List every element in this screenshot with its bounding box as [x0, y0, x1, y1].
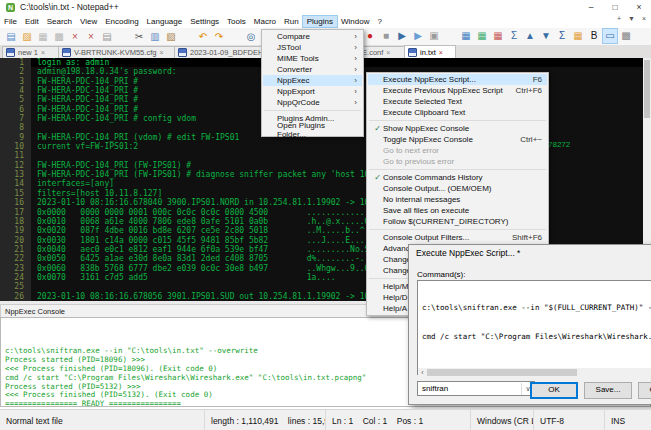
paste-icon[interactable]: ▧ — [164, 30, 178, 44]
save-icon[interactable]: ▦ — [36, 30, 50, 44]
save-recorded-macro-icon[interactable]: ▣ — [427, 29, 441, 43]
tab-v-brtrunk-kvm55-cfg[interactable]: V-BRTRUNK-KVM55.cfg × — [58, 46, 180, 58]
plugins-menu-item[interactable]: NppQrCode › — [263, 97, 362, 108]
tab-list-dropdown-button[interactable]: ▼ — [628, 15, 635, 22]
function-list-icon[interactable]: Σ — [507, 29, 521, 43]
cut-icon[interactable]: ✂ — [132, 30, 146, 44]
menu-item[interactable]: Edit — [21, 16, 43, 27]
doc-switcher-icon[interactable]: ▦ — [491, 29, 505, 43]
menu-item[interactable]: Plugins — [303, 16, 337, 27]
maximize-button[interactable]: □ — [603, 0, 627, 14]
show-console-icon[interactable]: ▦ — [459, 29, 473, 43]
menu-item[interactable]: ? — [373, 16, 385, 27]
nppexec-submenu-item[interactable]: ✓ Go to next error — [368, 145, 547, 156]
nppexec-submenu-item[interactable]: ✓ Execute Previous NppExec Script Ctrl+F… — [368, 85, 547, 96]
minimize-button[interactable]: – — [579, 0, 603, 14]
nppexec-submenu-item[interactable]: ✓ Toggle NppExec Console Ctrl+~ — [368, 134, 547, 145]
commands-textarea[interactable]: c:\tools\sniftran.exe --in "$(FULL_CURRE… — [417, 280, 651, 375]
close-file-icon[interactable]: × — [68, 30, 82, 44]
plugins-menu-item[interactable]: › — [264, 110, 361, 111]
nppexec-submenu-item[interactable]: ✓ Go to previous error — [368, 156, 547, 167]
tab-close-icon[interactable]: × — [159, 49, 163, 56]
settings-grid-icon[interactable]: ▩ — [619, 29, 633, 43]
tab-close-icon[interactable]: × — [439, 49, 443, 56]
nppexec-submenu-item[interactable]: ✓ Console Output Filters... Shift+F6 — [368, 232, 547, 243]
nppexec-submenu-item[interactable]: ✓ Execute Clipboard Text — [368, 107, 547, 118]
scrollbar-thumb[interactable] — [427, 369, 577, 376]
nppexec-submenu-item[interactable]: ✓ Follow $(CURRENT_DIRECTORY) — [368, 216, 547, 227]
save-all-icon[interactable]: ▩ — [52, 30, 66, 44]
menu-item-label: Save all files on execute — [383, 206, 469, 215]
submenu-arrow-icon: › — [354, 76, 357, 85]
ok-button[interactable]: OK — [530, 382, 578, 399]
nppexec-submenu-item[interactable]: ✓ — [369, 169, 546, 170]
nppexec-submenu-item[interactable]: ✓ — [369, 120, 546, 121]
plugins-menu-item[interactable]: Converter › — [263, 64, 362, 75]
plugins-menu-item[interactable]: JSTool › — [263, 42, 362, 53]
nppexec-submenu-item[interactable]: ✓ Console Commands History — [368, 172, 547, 183]
cancel-button[interactable]: Cancel — [638, 382, 651, 399]
menu-item[interactable]: Macro — [250, 16, 280, 27]
undo-icon[interactable]: ↶ — [196, 30, 210, 44]
move-down-icon[interactable]: ▼ — [539, 29, 553, 43]
plugins-menu-item[interactable]: Compare › — [263, 31, 362, 42]
menu-item[interactable]: File — [0, 16, 21, 27]
menu-item[interactable]: Search — [43, 16, 76, 27]
plugins-menu-item[interactable]: Open Plugins Folder... › — [263, 124, 362, 135]
find-icon[interactable]: ◎ — [244, 30, 258, 44]
plugins-menu-item[interactable]: NppExport › — [263, 86, 362, 97]
open-folder-icon[interactable]: ▨ — [20, 30, 34, 44]
explorer-icon[interactable]: ▦ — [475, 29, 489, 43]
menu-item[interactable]: Settings — [186, 16, 223, 27]
bold-badge-icon[interactable]: B — [587, 29, 601, 43]
nppexec-submenu-item[interactable]: ✓ — [369, 229, 546, 230]
nppexec-submenu-item[interactable]: ✓ Save all files on execute — [368, 205, 547, 216]
toolbar-icon[interactable] — [228, 30, 242, 44]
toolbar-icon[interactable] — [443, 29, 457, 43]
plugins-menu-item[interactable]: NppExec › — [263, 75, 362, 86]
tab-add-button[interactable]: + — [617, 15, 621, 22]
new-file-icon[interactable]: ▤ — [4, 30, 18, 44]
plugins-menu-item[interactable]: MIME Tools › — [263, 53, 362, 64]
menu-item[interactable]: Language — [143, 16, 187, 27]
tab-close-button[interactable]: × — [642, 15, 646, 22]
move-up-icon[interactable]: ▲ — [523, 29, 537, 43]
scrollbar-thumb[interactable] — [644, 60, 650, 118]
toolbar-icon[interactable] — [180, 30, 194, 44]
close-button[interactable]: × — [627, 0, 651, 14]
menu-item[interactable]: Encoding — [101, 16, 142, 27]
close-all-files-icon[interactable]: × — [84, 30, 98, 44]
script-preset-combobox[interactable]: sniftran ∨ — [417, 381, 535, 396]
menu-item[interactable]: Run — [280, 16, 303, 27]
menu-item[interactable]: Tools — [223, 16, 250, 27]
run-macro-multiple-icon[interactable]: ▶ — [411, 29, 425, 43]
tab-new-1[interactable]: new 1 × — [2, 46, 64, 58]
copy-icon[interactable]: ▥ — [148, 30, 162, 44]
playback-macro-icon[interactable]: ▶ — [395, 29, 409, 43]
tab-close-icon[interactable]: × — [41, 49, 45, 56]
stop-recording-icon[interactable]: ■ — [379, 29, 393, 43]
toolbar-icon[interactable] — [116, 30, 130, 44]
tab-in-txt[interactable]: in.txt × — [404, 45, 456, 59]
nppexec-submenu-item[interactable]: ✓ No internal messages — [368, 194, 547, 205]
sort-lines-icon[interactable]: Σ — [555, 29, 569, 43]
save-button[interactable]: Save... — [584, 382, 632, 399]
textarea-horizontal-scrollbar[interactable]: ‹ — [418, 368, 651, 377]
nppexec-submenu-item[interactable]: ✓ Execute Selected Text — [368, 96, 547, 107]
redo-icon[interactable]: ↷ — [212, 30, 226, 44]
notepad-plus-plus-icon: N — [6, 3, 15, 12]
menu-item[interactable]: View — [76, 16, 101, 27]
record-macro-icon[interactable]: ● — [363, 29, 377, 43]
status-encoding[interactable]: UTF-8 — [534, 410, 605, 430]
status-eol-format[interactable]: Windows (CR LF) — [471, 410, 534, 430]
menu-item[interactable]: Window — [337, 16, 373, 27]
tab-close-icon[interactable]: × — [386, 49, 390, 56]
print-icon[interactable]: ▤ — [100, 30, 114, 44]
color-palette-icon[interactable]: ▦ — [571, 29, 585, 43]
nppexec-submenu-item[interactable]: ✓ Execute NppExec Script... F6 — [368, 74, 547, 85]
nppexec-submenu-item[interactable]: ✓ Show NppExec Console — [368, 123, 547, 134]
status-insert-mode[interactable]: INS — [605, 410, 651, 430]
scroll-left-arrow-icon[interactable]: ‹ — [418, 369, 427, 376]
nppexec-submenu-item[interactable]: ✓ Console Output... (OEM/OEM) — [368, 183, 547, 194]
doc-map-icon[interactable]: ▭ — [603, 29, 617, 43]
